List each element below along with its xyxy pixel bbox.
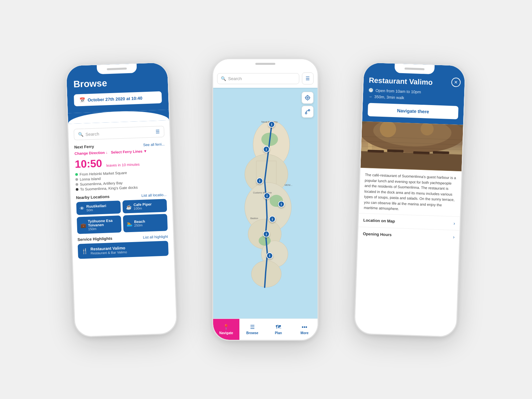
nav-browse[interactable]: ☰ Browse: [239, 319, 266, 340]
route-marker-2[interactable]: i: [263, 146, 270, 153]
work-icon: 💼: [80, 222, 86, 228]
close-button[interactable]: ✕: [451, 77, 461, 87]
map-search-text: Search: [228, 76, 296, 81]
swim-icon: 🏊: [126, 221, 132, 226]
browse-icon: ☰: [250, 324, 255, 330]
bottom-nav: 📍 Navigate ☰ Browse 🗺 Plan ••• More: [213, 319, 318, 340]
list-all-highlights[interactable]: List all highlight: [143, 234, 168, 239]
nav-more-label: More: [301, 331, 309, 335]
ferry-controls: Change Direction ↓ Select Ferry Lines ▼: [74, 148, 165, 155]
route-dot-gray: [75, 183, 78, 186]
route-marker-1[interactable]: i: [268, 121, 275, 128]
nav-plan-label: Plan: [275, 331, 282, 335]
chevron-right-icon: ›: [454, 220, 455, 226]
svg-point-21: [305, 112, 307, 114]
route-marker-6[interactable]: i: [269, 216, 276, 222]
navigate-icon: 📍: [223, 324, 229, 330]
nearby-section-header: Nearby Locations List all locatio...: [76, 192, 166, 200]
map-controls: [302, 92, 314, 118]
list-all-locations[interactable]: List all locatio...: [141, 193, 167, 198]
search-placeholder: Search: [85, 129, 156, 137]
ferry-section-title: Next Ferry: [74, 144, 94, 150]
svg-point-15: [307, 97, 309, 99]
route-marker-3[interactable]: i: [256, 178, 263, 184]
eye-icon: 👁: [80, 205, 85, 211]
list-icon: ☰: [306, 76, 310, 81]
restaurant-title: Restaurant Valimo: [369, 76, 460, 87]
date-text: October 27th 2020 at 10:40: [87, 95, 142, 102]
date-box: 📅 October 27th 2020 at 10:40: [74, 91, 162, 106]
restaurant-info: 🕐 Open from 10am to 10pm → 350m, 3min wa…: [368, 88, 459, 102]
route-marker-5[interactable]: i: [278, 201, 285, 207]
search-icon: 🔍: [221, 76, 226, 81]
ferry-section-header: Next Ferry See all ferri...: [74, 142, 165, 149]
nearby-card-tyohuone[interactable]: 💼 Työhuone Esa Toivanen 150m: [77, 215, 122, 234]
search-bar[interactable]: 🔍 Search ☰: [74, 126, 165, 140]
route-dot-gray: [75, 178, 78, 181]
distance-row: → 350m, 3min walk: [368, 94, 459, 102]
map-area: Naval Academy Customs Museum Bastion MEN…: [213, 88, 318, 319]
nearby-card-beach[interactable]: 🏊 Beach 250m: [123, 214, 168, 232]
nearby-card-ruutikellari[interactable]: 👁 Ruutikellari 50m: [76, 200, 121, 215]
right-phone: Restaurant Valimo ✕ 🕐 Open from 10am to …: [354, 62, 466, 337]
ferry-leaves: leaves in 10 minutes: [106, 162, 140, 167]
map-list-button[interactable]: ☰: [302, 72, 314, 84]
route-dot-dark: [76, 188, 78, 191]
clock-icon: 🕐: [368, 88, 373, 93]
see-all-ferries[interactable]: See all ferri...: [143, 142, 165, 147]
route-marker-4[interactable]: i: [264, 193, 270, 199]
search-icon: 🔍: [78, 132, 84, 137]
nearby-section-title: Nearby Locations: [76, 194, 109, 200]
nav-navigate[interactable]: 📍 Navigate: [213, 319, 239, 340]
svg-point-10: [259, 236, 271, 246]
browse-title: Browse: [73, 76, 161, 90]
list-icon: ☰: [156, 129, 160, 134]
ferry-route: From Helsinki Market Square Lonna Island…: [75, 169, 166, 191]
map-search-bar[interactable]: 🔍 Search: [217, 73, 299, 84]
more-icon: •••: [302, 324, 307, 330]
nav-plan[interactable]: 🗺 Plan: [265, 319, 292, 340]
svg-text:Bastion: Bastion: [250, 217, 258, 219]
nearby-grid: 👁 Ruutikellari 50m ☕ Cafe Piper 100m: [76, 199, 168, 234]
center-phone: 🔍 Search ☰: [212, 58, 319, 341]
coffee-icon: ☕: [126, 204, 132, 209]
svg-text:MENI...: MENI...: [285, 184, 292, 186]
restaurant-description: The café-restaurant of Suomenlinna's gue…: [359, 168, 462, 216]
nav-navigate-label: Navigate: [219, 331, 233, 335]
navigate-there-button[interactable]: Navigate there: [368, 103, 459, 119]
route-marker-7[interactable]: i: [263, 231, 270, 237]
highlight-card-valimo[interactable]: 🍴 Restaurant Valimo Restaurant & Bar Val…: [78, 241, 169, 259]
route-dot-green: [75, 173, 78, 176]
svg-point-20: [306, 96, 310, 100]
left-phone: Browse 📅 October 27th 2020 at 10:40 🔍 Se…: [65, 62, 178, 337]
calendar-icon: 📅: [79, 97, 85, 103]
browse-body: 🔍 Search ☰ Next Ferry See all ferri... C…: [68, 120, 174, 259]
opening-hours-label: Opening Hours: [363, 231, 392, 237]
walk-icon: →: [368, 94, 372, 99]
restaurant-photo: [360, 121, 463, 172]
route-marker-8[interactable]: i: [266, 252, 273, 259]
nav-browse-label: Browse: [246, 331, 258, 335]
interior-svg: [360, 121, 463, 172]
ferry-time: 10:50: [75, 157, 102, 170]
select-lines-btn[interactable]: Select Ferry Lines ▼: [111, 149, 147, 154]
highlights-title: Service Highlights: [77, 236, 112, 242]
distance-text: 350m, 3min walk: [374, 94, 404, 100]
nearby-card-cafe-piper[interactable]: ☕ Cafe Piper 100m: [122, 199, 167, 213]
locate-button[interactable]: [302, 92, 314, 104]
change-direction-btn[interactable]: Change Direction ↓: [74, 150, 108, 155]
plan-icon: 🗺: [276, 324, 281, 330]
location-label: Location on Map: [363, 218, 395, 223]
hours-text: Open from 10am to 10pm: [375, 88, 421, 94]
ferry-time-row: 10:50 leaves in 10 minutes: [75, 155, 166, 170]
highlights-section-header: Service Highlights List all highlight: [77, 234, 168, 242]
chevron-right-icon: ›: [453, 234, 455, 239]
restaurant-icon: 🍴: [81, 248, 88, 255]
nav-more[interactable]: ••• More: [292, 319, 318, 340]
route-button[interactable]: [302, 106, 314, 118]
